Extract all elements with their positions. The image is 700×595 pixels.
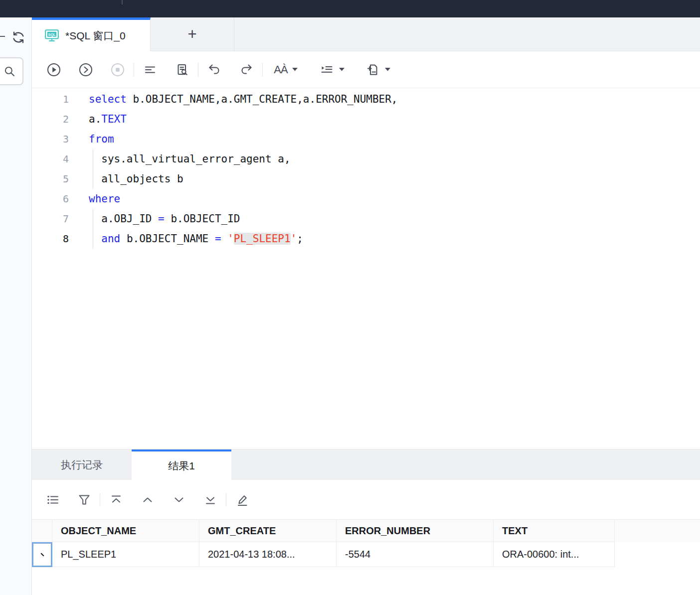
new-tab-slot: + (151, 17, 234, 51)
next-row-button[interactable] (163, 489, 194, 511)
run-next-icon (78, 62, 94, 78)
indent-button[interactable] (309, 59, 354, 81)
grid-header-filler (615, 520, 700, 542)
code-text: all_objects b (82, 169, 183, 189)
svg-text:SQL: SQL (48, 32, 56, 37)
results-tab-0[interactable]: 执行记录 (32, 449, 132, 480)
line-number: 5 (32, 169, 82, 189)
sql-monitor-icon: SQL (45, 29, 59, 42)
header-cell-error_number[interactable]: ERROR_NUMBER (337, 520, 494, 542)
align-left-icon (142, 62, 158, 78)
results-grid: OBJECT_NAMEGMT_CREATEERROR_NUMBERTEXTPL_… (32, 519, 700, 595)
execution-plan-button[interactable] (166, 59, 198, 81)
run-button[interactable] (38, 59, 70, 81)
indent-icon (319, 62, 335, 78)
code-line[interactable]: 4 sys.all_virtual_error_agent a, (32, 149, 700, 169)
font-size-button[interactable]: AÀ (263, 59, 309, 81)
line-number: 3 (32, 129, 82, 149)
code-text: sys.all_virtual_error_agent a, (82, 149, 291, 169)
previous-row-button[interactable] (132, 489, 163, 511)
to-bottom-icon (202, 492, 218, 508)
line-number: 4 (32, 149, 82, 169)
chevron-down-icon (292, 68, 298, 71)
row-details-button[interactable] (37, 489, 68, 511)
format-sql-button[interactable] (134, 59, 166, 81)
code-text: and b.OBJECT_NAME = 'PL_SLEEP1'; (82, 229, 303, 249)
header-cell-object_name[interactable]: OBJECT_NAME (52, 520, 199, 542)
code-text: from (82, 129, 114, 149)
list-icon (45, 492, 61, 508)
app-top-bar (0, 0, 700, 17)
cell-object_name[interactable]: PL_SLEEP1 (52, 542, 199, 567)
window-tab-label: *SQL 窗口_0 (65, 29, 126, 43)
line-number: 7 (32, 209, 82, 229)
sql-snippet-button[interactable] (354, 59, 400, 81)
filter-button[interactable] (68, 489, 100, 511)
undo-button[interactable] (198, 59, 230, 81)
left-sidebar (0, 17, 32, 595)
code-line[interactable]: 1select b.OBJECT_NAME,a.GMT_CREATE,a.ERR… (32, 89, 700, 109)
grid-header-row: OBJECT_NAMEGMT_CREATEERROR_NUMBERTEXT (32, 520, 700, 542)
to-top-icon (108, 492, 124, 508)
code-text: where (82, 189, 120, 209)
code-line[interactable]: 2a.TEXT (32, 109, 700, 129)
cell-error_number[interactable]: -5544 (337, 542, 494, 567)
grid-selector-header (32, 520, 52, 542)
document-search-icon (174, 62, 190, 78)
code-text: a.TEXT (82, 109, 127, 129)
row-marker-icon (40, 553, 44, 556)
top-bar-tick (122, 0, 123, 4)
code-line[interactable]: 5 all_objects b (32, 169, 700, 189)
code-line[interactable]: 3from (32, 129, 700, 149)
chevron-up-icon (140, 492, 156, 508)
header-cell-gmt_create[interactable]: GMT_CREATE (199, 520, 337, 542)
row-selector-cell[interactable] (32, 542, 52, 567)
edit-row-button[interactable] (226, 489, 258, 511)
header-cell-text[interactable]: TEXT (494, 520, 615, 542)
cell-gmt_create[interactable]: 2021-04-13 18:08... (199, 542, 337, 567)
redo-icon (238, 62, 254, 78)
tab-sql-window[interactable]: SQL *SQL 窗口_0 (32, 17, 151, 51)
code-line[interactable]: 7 a.OBJ_ID = b.OBJECT_ID (32, 209, 700, 229)
new-tab-button[interactable]: + (183, 26, 200, 42)
code-line[interactable]: 6where (32, 189, 700, 209)
chevron-down-icon (339, 68, 345, 71)
filter-icon (76, 492, 92, 508)
line-number: 2 (32, 109, 82, 129)
edit-pen-icon (234, 492, 250, 508)
undo-icon (206, 62, 222, 78)
line-number: 6 (32, 189, 82, 209)
collapse-handle[interactable] (0, 36, 5, 37)
chevron-down-icon (171, 492, 187, 508)
line-number: 8 (32, 229, 82, 249)
tab-bar-spacer (234, 17, 700, 51)
search-icon (3, 65, 16, 78)
first-row-button[interactable] (100, 489, 132, 511)
document-diff-icon (364, 62, 380, 78)
code-line[interactable]: 8 and b.OBJECT_NAME = 'PL_SLEEP1'; (32, 229, 700, 249)
last-row-button[interactable] (194, 489, 226, 511)
results-tab-1[interactable]: 结果1 (132, 449, 231, 480)
code-text: a.OBJ_ID = b.OBJECT_ID (82, 209, 240, 229)
sidebar-search-input[interactable] (0, 57, 23, 85)
cell-text[interactable]: ORA-00600: int... (494, 542, 615, 567)
results-toolbar (32, 480, 700, 519)
redo-button[interactable] (230, 59, 262, 81)
results-tab-bar: 执行记录结果1 (32, 449, 700, 480)
editor-toolbar: AÀ (32, 51, 700, 88)
stop-button (102, 59, 134, 81)
window-tab-bar: SQL *SQL 窗口_0 + (32, 17, 700, 51)
grid-row-filler (615, 542, 700, 567)
stop-circle-icon (110, 62, 126, 78)
refresh-icon[interactable] (10, 29, 27, 46)
font-size-icon: AÀ (274, 63, 287, 76)
sql-editor[interactable]: 1select b.OBJECT_NAME,a.GMT_CREATE,a.ERR… (32, 88, 700, 449)
play-circle-icon (46, 62, 62, 78)
chevron-down-icon (385, 68, 390, 71)
line-number: 1 (32, 89, 82, 109)
code-text: select b.OBJECT_NAME,a.GMT_CREATE,a.ERRO… (82, 89, 398, 109)
run-selected-button[interactable] (70, 59, 102, 81)
table-row: PL_SLEEP12021-04-13 18:08...-5544ORA-006… (32, 542, 700, 567)
